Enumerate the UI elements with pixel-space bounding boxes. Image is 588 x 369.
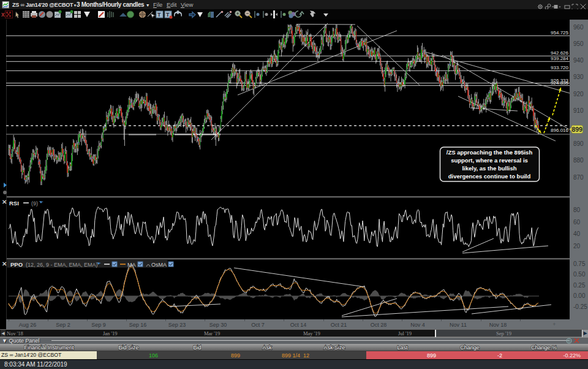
svg-text:0.00: 0.00 (573, 292, 586, 299)
svg-text:Sep 30: Sep 30 (209, 322, 227, 328)
svg-text:Sep 23: Sep 23 (168, 322, 186, 328)
svg-text:Jul '19: Jul '19 (398, 330, 412, 337)
svg-text:942.626: 942.626 (551, 50, 568, 56)
svg-text:899: 899 (231, 352, 240, 359)
svg-text:Financial Instrument: Financial Instrument (24, 344, 74, 351)
svg-text:OsMA: OsMA (151, 262, 167, 268)
svg-text:899: 899 (427, 352, 436, 359)
svg-text:Last: Last (397, 344, 408, 351)
svg-text:896.016: 896.016 (551, 127, 568, 133)
svg-text:Ask Size: Ask Size (323, 344, 345, 351)
svg-text:Aug 26: Aug 26 (19, 322, 37, 328)
svg-text:✕: ✕ (2, 199, 7, 205)
svg-text:+: + (552, 321, 556, 327)
svg-text:20: 20 (573, 243, 581, 249)
svg-text:support, where a reversal is: support, where a reversal is (451, 157, 528, 164)
svg-text:Jan '19: Jan '19 (103, 330, 118, 337)
svg-text:Oct 7: Oct 7 (251, 322, 265, 328)
svg-text:Ask: Ask (262, 344, 272, 351)
svg-text:899 1/4 12: 899 1/4 12 (282, 352, 309, 359)
svg-text:Sep '19: Sep '19 (496, 330, 511, 337)
svg-text:890: 890 (573, 140, 584, 147)
svg-text:Sep 2: Sep 2 (56, 322, 70, 328)
svg-text:-2: -2 (497, 352, 502, 359)
svg-text:950: 950 (573, 40, 584, 47)
svg-text:Nov '18: Nov '18 (7, 330, 23, 337)
svg-text:899: 899 (571, 126, 582, 133)
svg-text:divergences continue to build: divergences continue to build (448, 173, 531, 180)
svg-text:80: 80 (573, 207, 581, 213)
svg-text:-0.22%: -0.22% (563, 352, 581, 359)
svg-text:Oct 14: Oct 14 (290, 322, 307, 328)
svg-text:960: 960 (573, 24, 584, 31)
svg-text:60: 60 (573, 219, 581, 226)
svg-text:924.835: 924.835 (551, 80, 568, 86)
svg-text:933.720: 933.720 (551, 65, 568, 70)
svg-text:/ZS approaching the the 895ish: /ZS approaching the the 895ish (447, 149, 533, 156)
svg-text:930: 930 (573, 74, 584, 80)
svg-text:-0.25: -0.25 (573, 303, 587, 310)
svg-text:Sep 9: Sep 9 (91, 322, 106, 328)
svg-text:880: 880 (573, 157, 584, 164)
svg-text:Bid: Bid (193, 344, 201, 351)
svg-text:Oct 28: Oct 28 (371, 322, 387, 328)
svg-text:910: 910 (573, 107, 584, 114)
svg-text:940: 940 (573, 57, 584, 64)
svg-text:Bid Size: Bid Size (118, 344, 138, 351)
svg-text:954.725: 954.725 (551, 30, 568, 36)
svg-text:RSI: RSI (9, 200, 19, 207)
svg-text:Change %: Change % (531, 344, 557, 351)
svg-text:0.50: 0.50 (573, 271, 586, 278)
svg-text:40: 40 (573, 230, 581, 237)
svg-text:Nov 4: Nov 4 (410, 322, 425, 328)
svg-text:106: 106 (149, 352, 158, 359)
svg-text:0.25: 0.25 (573, 282, 586, 289)
svg-text:Sep 16: Sep 16 (129, 322, 147, 328)
svg-text:PPO: PPO (10, 261, 23, 268)
svg-text:(12, 26, 9 - EMA, EMA, EMA): (12, 26, 9 - EMA, EMA, EMA) (26, 262, 98, 268)
svg-text:✕: ✕ (2, 261, 7, 267)
svg-text:Mar '19: Mar '19 (204, 330, 220, 337)
svg-text:920: 920 (573, 91, 584, 97)
svg-text:Change: Change (460, 344, 480, 351)
svg-text:(9): (9) (31, 200, 38, 207)
svg-text:likely, as the bullish: likely, as the bullish (462, 165, 516, 172)
svg-text:Nov 18: Nov 18 (489, 322, 507, 328)
svg-text:870: 870 (573, 174, 584, 181)
svg-text:Nov 11: Nov 11 (450, 322, 467, 328)
svg-text:0.75: 0.75 (573, 261, 586, 267)
svg-text:Oct 21: Oct 21 (331, 322, 347, 328)
svg-text:939.284: 939.284 (551, 56, 568, 61)
svg-text:May '19: May '19 (303, 330, 320, 337)
